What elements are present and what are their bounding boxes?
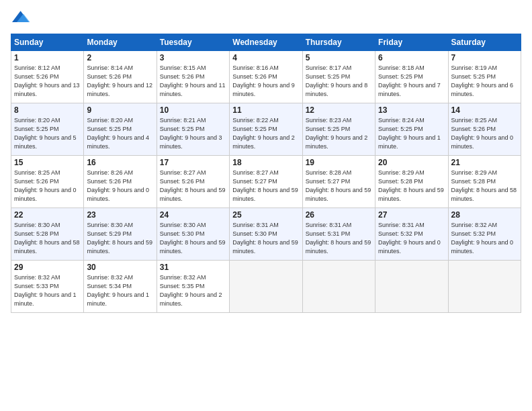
day-number: 24 (160, 210, 226, 220)
page: SundayMondayTuesdayWednesdayThursdayFrid… (0, 0, 532, 320)
day-info: Sunrise: 8:25 AM Sunset: 5:26 PM Dayligh… (14, 169, 81, 203)
day-cell (302, 261, 375, 313)
day-number: 30 (87, 263, 153, 272)
header (11, 7, 521, 28)
day-number: 25 (232, 210, 299, 220)
day-number: 16 (87, 158, 153, 167)
day-info: Sunrise: 8:12 AM Sunset: 5:26 PM Dayligh… (14, 64, 81, 99)
day-number: 14 (451, 105, 518, 115)
day-number: 15 (14, 158, 81, 167)
day-cell: 30Sunrise: 8:32 AM Sunset: 5:34 PM Dayli… (84, 261, 157, 313)
day-cell: 10Sunrise: 8:21 AM Sunset: 5:25 PM Dayli… (157, 103, 229, 156)
week-row-5: 29Sunrise: 8:32 AM Sunset: 5:33 PM Dayli… (11, 261, 521, 313)
day-number: 8 (14, 105, 81, 115)
day-info: Sunrise: 8:32 AM Sunset: 5:32 PM Dayligh… (451, 221, 518, 256)
day-info: Sunrise: 8:31 AM Sunset: 5:32 PM Dayligh… (378, 221, 445, 256)
day-info: Sunrise: 8:27 AM Sunset: 5:27 PM Dayligh… (232, 169, 299, 203)
day-info: Sunrise: 8:23 AM Sunset: 5:25 PM Dayligh… (306, 116, 372, 151)
day-info: Sunrise: 8:21 AM Sunset: 5:25 PM Dayligh… (160, 116, 226, 151)
day-cell: 15Sunrise: 8:25 AM Sunset: 5:26 PM Dayli… (11, 156, 84, 208)
day-number: 23 (87, 210, 153, 220)
day-info: Sunrise: 8:14 AM Sunset: 5:26 PM Dayligh… (87, 64, 153, 99)
day-number: 31 (160, 263, 226, 272)
day-info: Sunrise: 8:15 AM Sunset: 5:26 PM Dayligh… (160, 64, 226, 99)
day-cell: 21Sunrise: 8:29 AM Sunset: 5:28 PM Dayli… (448, 156, 521, 208)
col-header-saturday: Saturday (448, 34, 521, 51)
day-number: 3 (160, 53, 226, 62)
day-cell (230, 261, 302, 313)
day-info: Sunrise: 8:32 AM Sunset: 5:35 PM Dayligh… (160, 273, 226, 308)
day-cell: 5Sunrise: 8:17 AM Sunset: 5:25 PM Daylig… (302, 51, 375, 103)
day-cell: 2Sunrise: 8:14 AM Sunset: 5:26 PM Daylig… (84, 51, 157, 103)
day-number: 12 (306, 105, 372, 115)
day-info: Sunrise: 8:17 AM Sunset: 5:25 PM Dayligh… (306, 64, 372, 99)
day-cell: 3Sunrise: 8:15 AM Sunset: 5:26 PM Daylig… (157, 51, 229, 103)
day-number: 22 (14, 210, 81, 220)
col-header-friday: Friday (375, 34, 448, 51)
day-number: 17 (160, 158, 226, 167)
day-cell: 19Sunrise: 8:28 AM Sunset: 5:27 PM Dayli… (302, 156, 375, 208)
day-info: Sunrise: 8:32 AM Sunset: 5:34 PM Dayligh… (87, 273, 153, 308)
day-info: Sunrise: 8:28 AM Sunset: 5:27 PM Dayligh… (306, 169, 372, 203)
day-number: 6 (378, 53, 445, 62)
header-row: SundayMondayTuesdayWednesdayThursdayFrid… (11, 34, 521, 51)
day-info: Sunrise: 8:30 AM Sunset: 5:28 PM Dayligh… (14, 221, 81, 256)
day-number: 1 (14, 53, 81, 62)
week-row-2: 8Sunrise: 8:20 AM Sunset: 5:25 PM Daylig… (11, 103, 521, 156)
day-info: Sunrise: 8:20 AM Sunset: 5:25 PM Dayligh… (14, 116, 81, 151)
day-number: 29 (14, 263, 81, 272)
day-cell: 7Sunrise: 8:19 AM Sunset: 5:25 PM Daylig… (448, 51, 521, 103)
day-cell: 9Sunrise: 8:20 AM Sunset: 5:25 PM Daylig… (84, 103, 157, 156)
col-header-sunday: Sunday (11, 34, 84, 51)
week-row-1: 1Sunrise: 8:12 AM Sunset: 5:26 PM Daylig… (11, 51, 521, 103)
calendar-table: SundayMondayTuesdayWednesdayThursdayFrid… (11, 34, 521, 313)
day-info: Sunrise: 8:31 AM Sunset: 5:30 PM Dayligh… (232, 221, 299, 256)
day-info: Sunrise: 8:18 AM Sunset: 5:25 PM Dayligh… (378, 64, 445, 99)
day-number: 7 (451, 53, 518, 62)
col-header-tuesday: Tuesday (157, 34, 229, 51)
day-number: 21 (451, 158, 518, 167)
day-info: Sunrise: 8:29 AM Sunset: 5:28 PM Dayligh… (378, 169, 445, 203)
day-cell: 11Sunrise: 8:22 AM Sunset: 5:25 PM Dayli… (230, 103, 302, 156)
day-number: 2 (87, 53, 153, 62)
col-header-monday: Monday (84, 34, 157, 51)
day-info: Sunrise: 8:19 AM Sunset: 5:25 PM Dayligh… (451, 64, 518, 99)
day-info: Sunrise: 8:27 AM Sunset: 5:26 PM Dayligh… (160, 169, 226, 203)
day-info: Sunrise: 8:20 AM Sunset: 5:25 PM Dayligh… (87, 116, 153, 151)
day-cell: 1Sunrise: 8:12 AM Sunset: 5:26 PM Daylig… (11, 51, 84, 103)
day-number: 5 (306, 53, 372, 62)
week-row-3: 15Sunrise: 8:25 AM Sunset: 5:26 PM Dayli… (11, 156, 521, 208)
day-cell: 17Sunrise: 8:27 AM Sunset: 5:26 PM Dayli… (157, 156, 229, 208)
day-cell: 23Sunrise: 8:30 AM Sunset: 5:29 PM Dayli… (84, 208, 157, 261)
day-cell: 18Sunrise: 8:27 AM Sunset: 5:27 PM Dayli… (230, 156, 302, 208)
day-info: Sunrise: 8:30 AM Sunset: 5:29 PM Dayligh… (87, 221, 153, 256)
week-row-4: 22Sunrise: 8:30 AM Sunset: 5:28 PM Dayli… (11, 208, 521, 261)
day-number: 4 (232, 53, 299, 62)
day-cell: 29Sunrise: 8:32 AM Sunset: 5:33 PM Dayli… (11, 261, 84, 313)
day-info: Sunrise: 8:29 AM Sunset: 5:28 PM Dayligh… (451, 169, 518, 203)
day-cell (448, 261, 521, 313)
day-cell: 22Sunrise: 8:30 AM Sunset: 5:28 PM Dayli… (11, 208, 84, 261)
day-cell: 6Sunrise: 8:18 AM Sunset: 5:25 PM Daylig… (375, 51, 448, 103)
day-cell: 20Sunrise: 8:29 AM Sunset: 5:28 PM Dayli… (375, 156, 448, 208)
day-info: Sunrise: 8:31 AM Sunset: 5:31 PM Dayligh… (306, 221, 372, 256)
day-info: Sunrise: 8:25 AM Sunset: 5:26 PM Dayligh… (451, 116, 518, 151)
day-cell: 26Sunrise: 8:31 AM Sunset: 5:31 PM Dayli… (302, 208, 375, 261)
day-cell: 14Sunrise: 8:25 AM Sunset: 5:26 PM Dayli… (448, 103, 521, 156)
day-number: 13 (378, 105, 445, 115)
day-cell: 4Sunrise: 8:16 AM Sunset: 5:26 PM Daylig… (230, 51, 302, 103)
day-info: Sunrise: 8:16 AM Sunset: 5:26 PM Dayligh… (232, 64, 299, 99)
day-cell: 24Sunrise: 8:30 AM Sunset: 5:30 PM Dayli… (157, 208, 229, 261)
day-cell: 8Sunrise: 8:20 AM Sunset: 5:25 PM Daylig… (11, 103, 84, 156)
logo (11, 7, 31, 28)
day-cell: 31Sunrise: 8:32 AM Sunset: 5:35 PM Dayli… (157, 261, 229, 313)
day-info: Sunrise: 8:32 AM Sunset: 5:33 PM Dayligh… (14, 273, 81, 308)
day-info: Sunrise: 8:26 AM Sunset: 5:26 PM Dayligh… (87, 169, 153, 203)
day-cell: 12Sunrise: 8:23 AM Sunset: 5:25 PM Dayli… (302, 103, 375, 156)
col-header-wednesday: Wednesday (230, 34, 302, 51)
col-header-thursday: Thursday (302, 34, 375, 51)
day-cell (375, 261, 448, 313)
day-number: 9 (87, 105, 153, 115)
day-number: 28 (451, 210, 518, 220)
day-cell: 27Sunrise: 8:31 AM Sunset: 5:32 PM Dayli… (375, 208, 448, 261)
